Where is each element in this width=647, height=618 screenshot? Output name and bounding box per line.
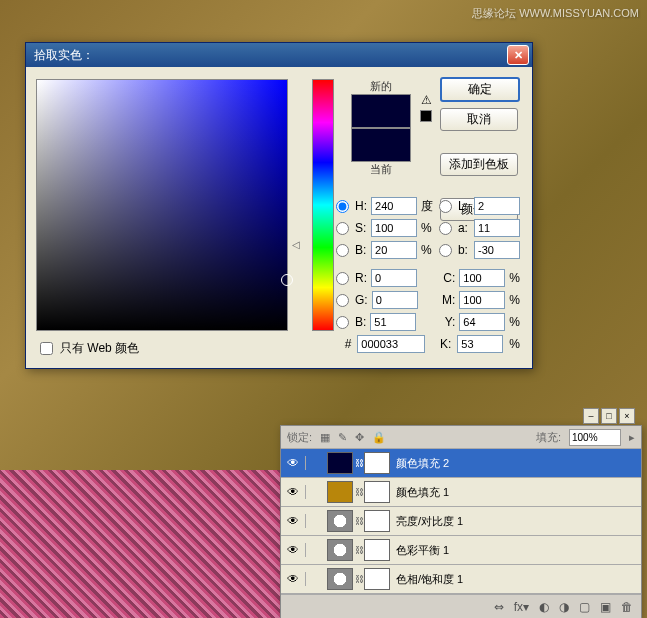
lock-all-icon[interactable]: 🔒 — [372, 431, 386, 444]
visibility-icon[interactable]: 👁 — [281, 572, 306, 586]
watermark: 思缘论坛 WWW.MISSYUAN.COM — [472, 6, 639, 21]
lock-transparent-icon[interactable]: ▦ — [320, 431, 330, 444]
h-input[interactable] — [371, 197, 417, 215]
layer-row[interactable]: 👁⛓亮度/对比度 1 — [281, 507, 641, 536]
layer-row[interactable]: 👁⛓颜色填充 1 — [281, 478, 641, 507]
layer-mask-icon[interactable]: ◐ — [539, 600, 549, 614]
saturation-value-box[interactable] — [36, 79, 288, 331]
new-color-swatch — [351, 94, 411, 128]
background-pink-cloth — [0, 470, 280, 618]
r-input[interactable] — [371, 269, 417, 287]
layer-mask-thumbnail[interactable] — [364, 539, 390, 561]
ok-button[interactable]: 确定 — [440, 77, 520, 102]
link-layers-icon[interactable]: ⇔ — [494, 600, 504, 614]
layer-name[interactable]: 颜色填充 2 — [396, 456, 449, 471]
g-radio[interactable] — [336, 294, 349, 307]
layer-style-icon[interactable]: fx▾ — [514, 600, 529, 614]
k-input[interactable] — [457, 335, 503, 353]
hex-input[interactable] — [357, 335, 425, 353]
layer-thumbnail[interactable] — [327, 568, 353, 590]
bv-radio[interactable] — [336, 244, 349, 257]
a-input[interactable] — [474, 219, 520, 237]
g-input[interactable] — [372, 291, 418, 309]
link-icon: ⛓ — [355, 458, 364, 468]
web-only-checkbox[interactable] — [40, 342, 53, 355]
cancel-button[interactable]: 取消 — [440, 108, 518, 131]
visibility-icon[interactable]: 👁 — [281, 514, 306, 528]
fill-input[interactable] — [569, 429, 621, 446]
new-layer-icon[interactable]: ▣ — [600, 600, 611, 614]
layer-group-icon[interactable]: ▢ — [579, 600, 590, 614]
current-color-swatch[interactable] — [351, 128, 411, 162]
b-radio[interactable] — [439, 244, 452, 257]
link-icon: ⛓ — [355, 574, 364, 584]
layer-mask-thumbnail[interactable] — [364, 568, 390, 590]
bb-radio[interactable] — [336, 316, 349, 329]
color-picker-dialog: 拾取实色： ✕ ◁ 新的 当前 ⚠ — [25, 42, 533, 369]
l-label: L: — [458, 199, 470, 213]
visibility-icon[interactable]: 👁 — [281, 456, 306, 470]
layer-name[interactable]: 颜色填充 1 — [396, 485, 449, 500]
l-input[interactable] — [474, 197, 520, 215]
b-input[interactable] — [474, 241, 520, 259]
panel-close-icon[interactable]: × — [619, 408, 635, 424]
trash-icon[interactable]: 🗑 — [621, 600, 633, 614]
bb-input[interactable] — [370, 313, 416, 331]
a-radio[interactable] — [439, 222, 452, 235]
layer-mask-thumbnail[interactable] — [364, 510, 390, 532]
close-button[interactable]: ✕ — [507, 45, 529, 65]
layer-row[interactable]: 👁⛓颜色填充 2 — [281, 449, 641, 478]
fill-dropdown-icon[interactable]: ▸ — [629, 431, 635, 444]
current-color-label: 当前 — [370, 162, 392, 177]
layer-name[interactable]: 亮度/对比度 1 — [396, 514, 463, 529]
gamut-warning-icon[interactable]: ⚠ — [421, 93, 432, 107]
bv-input[interactable] — [371, 241, 417, 259]
link-icon: ⛓ — [355, 545, 364, 555]
m-input[interactable] — [459, 291, 505, 309]
y-input[interactable] — [459, 313, 505, 331]
h-radio[interactable] — [336, 200, 349, 213]
link-icon: ⛓ — [355, 487, 364, 497]
visibility-icon[interactable]: 👁 — [281, 543, 306, 557]
adjustment-layer-icon[interactable]: ◑ — [559, 600, 569, 614]
layer-mask-thumbnail[interactable] — [364, 452, 390, 474]
layer-name[interactable]: 色相/饱和度 1 — [396, 572, 463, 587]
web-safe-warning-icon[interactable] — [420, 110, 432, 122]
panel-maximize-icon[interactable]: □ — [601, 408, 617, 424]
add-swatch-button[interactable]: 添加到色板 — [440, 153, 518, 176]
layers-panel: – □ × 锁定: ▦ ✎ ✥ 🔒 填充: ▸ 👁⛓颜色填充 2👁⛓颜色填充 1… — [280, 425, 642, 618]
panel-minimize-icon[interactable]: – — [583, 408, 599, 424]
layer-thumbnail[interactable] — [327, 452, 353, 474]
sv-cursor[interactable] — [281, 274, 293, 286]
link-icon: ⛓ — [355, 516, 364, 526]
fill-label: 填充: — [536, 430, 561, 445]
web-only-label: 只有 Web 颜色 — [60, 340, 139, 357]
visibility-icon[interactable]: 👁 — [281, 485, 306, 499]
lock-move-icon[interactable]: ✥ — [355, 431, 364, 444]
titlebar[interactable]: 拾取实色： ✕ — [26, 43, 532, 67]
layer-mask-thumbnail[interactable] — [364, 481, 390, 503]
layer-row[interactable]: 👁⛓色相/饱和度 1 — [281, 565, 641, 594]
layer-name[interactable]: 色彩平衡 1 — [396, 543, 449, 558]
lock-paint-icon[interactable]: ✎ — [338, 431, 347, 444]
s-radio[interactable] — [336, 222, 349, 235]
new-color-label: 新的 — [370, 79, 392, 94]
layer-thumbnail[interactable] — [327, 539, 353, 561]
h-label: H: — [355, 199, 367, 213]
r-radio[interactable] — [336, 272, 349, 285]
l-radio[interactable] — [439, 200, 452, 213]
lock-label: 锁定: — [287, 430, 312, 445]
layer-thumbnail[interactable] — [327, 481, 353, 503]
dialog-title: 拾取实色： — [34, 47, 94, 64]
layer-row[interactable]: 👁⛓色彩平衡 1 — [281, 536, 641, 565]
c-input[interactable] — [459, 269, 505, 287]
s-input[interactable] — [371, 219, 417, 237]
hue-strip[interactable] — [312, 79, 334, 331]
layer-thumbnail[interactable] — [327, 510, 353, 532]
hue-indicator-arrows: ◁ — [292, 79, 308, 331]
